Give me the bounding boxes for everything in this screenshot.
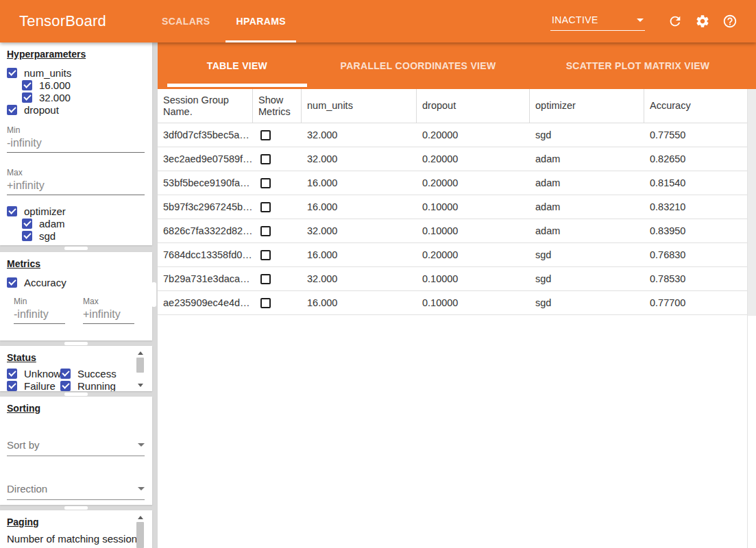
status-success-label: Success — [77, 368, 117, 379]
optimizer-adam-label: adam — [39, 218, 65, 229]
dropout-max-input[interactable]: +infinity — [7, 179, 145, 195]
table-row: 5b97f3c2967245b… 16.000 0.10000 adam 0.8… — [158, 195, 747, 219]
column-header-show-metrics[interactable]: Show Metrics — [253, 89, 302, 123]
num-units-cell: 16.000 — [302, 201, 417, 212]
section-divider — [0, 245, 158, 252]
section-resize-handle[interactable] — [64, 247, 88, 250]
show-metrics-checkbox[interactable] — [260, 274, 271, 284]
section-divider — [0, 391, 158, 397]
column-header-accuracy[interactable]: Accuracy — [644, 89, 747, 123]
dropout-cell: 0.20000 — [417, 177, 530, 188]
optimizer-label: optimizer — [24, 206, 66, 217]
dropout-max-field: Max +infinity — [7, 168, 145, 195]
optimizer-adam-checkbox[interactable] — [22, 219, 32, 229]
show-metrics-checkbox[interactable] — [260, 250, 271, 260]
table-scrollbar-track[interactable] — [748, 89, 756, 316]
dropout-min-input[interactable]: -infinity — [7, 137, 145, 153]
direction-value: Direction — [7, 483, 47, 495]
metrics-section: Metrics Accuracy Min -infinity Max +infi… — [0, 252, 152, 340]
run-selector-dropdown[interactable]: INACTIVE — [550, 12, 645, 31]
paging-heading: Paging — [7, 516, 152, 527]
accuracy-checkbox[interactable] — [7, 277, 17, 288]
metric-max-input[interactable]: +infinity — [83, 308, 134, 324]
tab-table-view[interactable]: TABLE VIEW — [158, 42, 317, 89]
num-units-32-label: 32.000 — [39, 92, 71, 103]
top-nav: SCALARS HPARAMS — [149, 0, 299, 42]
show-metrics-cell — [253, 154, 302, 164]
paging-scrollbar[interactable] — [136, 516, 145, 548]
metric-min-input[interactable]: -infinity — [14, 308, 65, 324]
chevron-down-icon — [138, 487, 145, 490]
show-metrics-checkbox[interactable] — [260, 226, 271, 236]
chevron-down-icon — [138, 443, 145, 447]
scroll-up-icon[interactable] — [138, 351, 143, 355]
status-unknown: Unknown — [7, 367, 60, 379]
num-units-checkbox[interactable] — [7, 68, 17, 78]
table-row: ae235909ec4e4d… 16.000 0.10000 sgd 0.777… — [158, 291, 747, 315]
optimizer-cell: sgd — [530, 273, 644, 284]
show-metrics-cell — [253, 226, 302, 236]
session-group-name-cell: 3df0d7cf35bec5a… — [158, 129, 253, 140]
session-group-name-cell: 7684dcc13358fd0… — [158, 249, 253, 260]
accuracy-label: Accuracy — [24, 277, 66, 288]
scroll-down-icon[interactable] — [138, 384, 143, 387]
app-header: TensorBoard SCALARS HPARAMS INACTIVE — [0, 0, 756, 42]
session-group-name-cell: 3ec2aed9e07589f… — [158, 153, 253, 164]
status-failure-checkbox[interactable] — [7, 381, 17, 391]
show-metrics-checkbox[interactable] — [260, 298, 271, 308]
sidebar-resize-handle[interactable] — [151, 282, 156, 307]
status-success-checkbox[interactable] — [60, 369, 71, 379]
scroll-up-icon[interactable] — [138, 516, 143, 519]
hyperparameters-heading: Hyperparameters — [7, 49, 152, 60]
tab-scalars[interactable]: SCALARS — [149, 0, 223, 42]
section-resize-handle[interactable] — [64, 506, 88, 510]
dropout-cell: 0.10000 — [417, 201, 530, 212]
column-header-num-units[interactable]: num_units — [302, 89, 417, 123]
tab-hparams[interactable]: HPARAMS — [223, 0, 299, 42]
tab-scatter-plot-matrix-view[interactable]: SCATTER PLOT MATRIX VIEW — [520, 42, 756, 89]
optimizer-sgd-checkbox[interactable] — [22, 231, 32, 241]
column-header-optimizer[interactable]: optimizer — [530, 89, 644, 123]
metric-min-field: Min -infinity — [14, 297, 65, 324]
table-scrollbar-gutter[interactable] — [747, 89, 756, 548]
section-resize-handle[interactable] — [64, 342, 88, 345]
section-resize-handle[interactable] — [64, 393, 88, 396]
direction-select[interactable]: Direction — [7, 483, 145, 500]
status-running-checkbox[interactable] — [60, 381, 71, 391]
metric-min-label: Min — [14, 297, 65, 306]
table-row: 7b29a731e3daca… 32.000 0.10000 sgd 0.785… — [158, 267, 747, 291]
num-units-16-checkbox[interactable] — [22, 80, 32, 90]
column-header-session-group-name[interactable]: Session Group Name. — [158, 89, 253, 123]
show-metrics-cell — [253, 130, 302, 140]
hparam-num-units-16: 16.000 — [22, 79, 152, 91]
show-metrics-checkbox[interactable] — [260, 130, 271, 140]
scrollbar-thumb[interactable] — [136, 522, 144, 548]
table-row: 7684dcc13358fd0… 16.000 0.20000 sgd 0.76… — [158, 243, 747, 267]
num-units-32-checkbox[interactable] — [22, 92, 32, 103]
tab-parallel-coordinates-view[interactable]: PARALLEL COORDINATES VIEW — [317, 42, 520, 89]
dropout-checkbox[interactable] — [7, 105, 17, 115]
refresh-icon[interactable] — [667, 13, 683, 29]
sidebar: Hyperparameters num_units 16.000 32.000 … — [0, 42, 158, 548]
table-row: 3ec2aed9e07589f… 32.000 0.20000 adam 0.8… — [158, 147, 747, 171]
metric-max-label: Max — [83, 297, 134, 306]
optimizer-checkbox[interactable] — [7, 206, 17, 216]
accuracy-cell: 0.82650 — [644, 153, 747, 164]
help-icon[interactable] — [722, 13, 738, 29]
scrollbar-thumb[interactable] — [136, 358, 144, 373]
metric-max-field: Max +infinity — [83, 297, 134, 324]
dropout-min-label: Min — [7, 125, 145, 135]
tensorboard-app: TensorBoard SCALARS HPARAMS INACTIVE Hyp… — [0, 0, 756, 548]
num-units-cell: 32.000 — [302, 129, 417, 140]
show-metrics-checkbox[interactable] — [260, 202, 271, 212]
settings-icon[interactable] — [694, 13, 711, 29]
table-row: 3df0d7cf35bec5a… 32.000 0.20000 sgd 0.77… — [158, 123, 747, 147]
section-divider — [0, 505, 158, 510]
status-unknown-checkbox[interactable] — [7, 369, 17, 379]
dropout-cell: 0.10000 — [417, 225, 530, 236]
column-header-dropout[interactable]: dropout — [417, 89, 530, 123]
show-metrics-checkbox[interactable] — [260, 154, 271, 164]
status-scrollbar[interactable] — [136, 351, 145, 387]
sort-by-select[interactable]: Sort by — [7, 439, 145, 456]
show-metrics-checkbox[interactable] — [260, 178, 271, 188]
